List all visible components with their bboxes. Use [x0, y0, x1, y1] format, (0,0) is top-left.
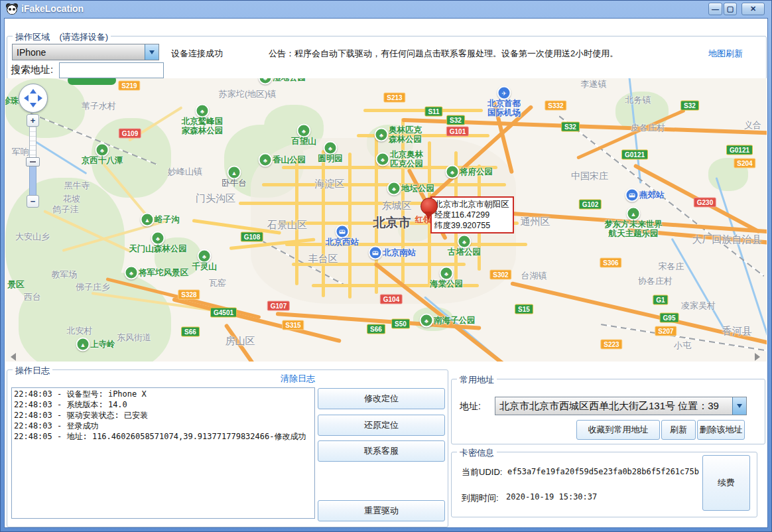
- app-logo-panda-icon: [7, 4, 17, 15]
- map-place-label: 房山区: [225, 335, 255, 348]
- udid-value: ef53a7fe19fa20f59d5e23fa0b28b6f5f261c75b: [507, 467, 699, 476]
- poi-label: 圆明园: [318, 154, 343, 163]
- zoom-slider-fill: [29, 162, 36, 196]
- license-group-label: 卡密信息: [457, 447, 497, 459]
- road-badge: S50: [391, 319, 410, 329]
- close-button[interactable]: ✕: [741, 3, 765, 15]
- connection-status: 设备连接成功: [171, 48, 223, 60]
- log-line: 22:48:03 - 设备型号: iPhone X: [14, 389, 312, 399]
- map-refresh-link[interactable]: 地图刷新: [708, 48, 743, 60]
- tree-icon: ♣: [446, 165, 460, 179]
- pan-left-icon[interactable]: [24, 95, 29, 101]
- map-canvas[interactable]: 军响黑牛寺鸽子洼花坡苇子水村苏家坨(地区)镇妙峰山镇门头沟区石景山区海淀区东城区…: [5, 78, 767, 362]
- log-line: 22:48:03 - 驱动安装状态: 已安装: [14, 410, 312, 421]
- map-place-label: 台湖镇: [521, 270, 547, 282]
- tree-icon: ♣: [125, 266, 139, 280]
- address-combobox[interactable]: 北京市北京市西城区西单北大街乙131号 位置：39: [495, 397, 747, 415]
- map-place-label: 苇子水村: [82, 100, 116, 112]
- log-line: 22:48:03 - 登录成功: [14, 421, 312, 431]
- pin-tail-icon: [424, 212, 432, 220]
- map-pan-control[interactable]: [19, 84, 48, 113]
- poi-label: 千灵山: [192, 262, 217, 271]
- road-segment: [322, 150, 325, 297]
- poi-label: 北京奥林匹克公园: [390, 150, 423, 168]
- map-place-label: 中国宋庄: [571, 170, 608, 182]
- tree-icon: ♣: [440, 267, 454, 281]
- maximize-button[interactable]: ▢: [724, 3, 737, 15]
- poi-label: 京西十八潭: [82, 156, 123, 165]
- road-badge: S11: [424, 107, 442, 117]
- chevron-down-icon[interactable]: [732, 397, 746, 415]
- zoom-out-button[interactable]: −: [27, 195, 39, 208]
- app-window: iFakeLocation — ▢ ✕ 操作区域 (请选择设备) IPhone …: [0, 0, 772, 532]
- log-group: 操作日志 清除日志 22:48:03 - 设备型号: iPhone X22:48…: [7, 369, 448, 527]
- expire-label: 到期时间:: [462, 492, 499, 504]
- modify-location-button[interactable]: 修改定位: [318, 388, 445, 409]
- contact-support-button[interactable]: 联系客服: [318, 440, 445, 462]
- search-label: 搜索地址:: [11, 64, 53, 76]
- device-combobox[interactable]: IPhone: [12, 44, 159, 60]
- delete-address-button[interactable]: 删除该地址: [697, 420, 745, 440]
- road-badge: G104: [380, 295, 403, 304]
- road-badge: G102: [579, 200, 602, 210]
- pan-down-icon[interactable]: [30, 103, 36, 107]
- expire-value: 2020-10-19 15:30:37: [506, 492, 597, 501]
- poi-label: 北京首都国际机场: [487, 99, 521, 117]
- road-badge: S219: [118, 81, 140, 91]
- operation-group-label: 操作区域 (请选择设备): [13, 31, 111, 43]
- road-segment: [32, 139, 87, 174]
- map-place-label: 军响: [12, 146, 29, 158]
- minimize-button[interactable]: —: [708, 3, 722, 15]
- log-textbox[interactable]: 22:48:03 - 设备型号: iPhone X22:48:03 - 系统版本…: [11, 387, 315, 519]
- map-place-label: 丰台区: [308, 253, 338, 265]
- zoom-slider-thumb[interactable]: [26, 157, 40, 166]
- map-place-label: 义合: [744, 119, 761, 131]
- poi-label: 卧牛台: [222, 178, 247, 188]
- location-pin-marker[interactable]: [420, 204, 436, 220]
- refresh-address-button[interactable]: 刷新: [661, 420, 696, 440]
- poi-label: 将府公园: [460, 167, 493, 176]
- renew-button[interactable]: 续费: [702, 455, 750, 511]
- favorites-group: 常用地址 地址: 北京市北京市西城区西单北大街乙131号 位置：39 收藏到常用…: [451, 379, 765, 444]
- title-bar[interactable]: iFakeLocation — ▢ ✕: [0, 0, 772, 19]
- announcement-text: 公告：程序会自动下载驱动，有任何问题点击联系客服处理。设备第一次使用送2小时使用…: [269, 48, 618, 60]
- road-badge: S15: [515, 304, 533, 314]
- road-badge: G107: [267, 301, 290, 311]
- tree-icon: ♣: [297, 124, 311, 138]
- reset-driver-button[interactable]: 重置驱动: [318, 500, 445, 521]
- map-place-label: 北京市: [373, 214, 411, 232]
- poi-label: 古塔公园: [448, 247, 481, 257]
- map-place-label: 东城区: [382, 200, 412, 212]
- road-badge: G0121: [621, 150, 648, 160]
- clear-log-link[interactable]: 清除日志: [281, 373, 315, 385]
- map-place-label: 皮各庄村: [631, 122, 665, 134]
- map-place-label: 香河县: [722, 325, 752, 338]
- map-place-label: 协各庄村: [638, 275, 673, 287]
- road-segment: [363, 109, 483, 112]
- tree-icon: ♣: [387, 182, 401, 196]
- map-place-label: 凌家吴村: [681, 300, 716, 312]
- restore-location-button[interactable]: 还原定位: [318, 415, 445, 436]
- poi-label: 燕郊站: [639, 190, 665, 200]
- save-favorite-button[interactable]: 收藏到常用地址: [576, 420, 660, 440]
- map-place-label: 北安村: [67, 325, 93, 337]
- poi-label: 天门山森林公园: [129, 244, 187, 253]
- road-badge: G109: [119, 129, 141, 139]
- poi-label: 湿地公园: [273, 78, 306, 82]
- map-scroll-right-icon[interactable]: [755, 353, 760, 361]
- pan-up-icon[interactable]: [30, 89, 36, 94]
- map-place-label: 李遂镇: [581, 78, 607, 90]
- map-scroll-left-icon[interactable]: [11, 353, 16, 361]
- tree-icon: ♣: [458, 235, 472, 249]
- train-glyph: [629, 193, 635, 197]
- road-badge: S66: [181, 327, 200, 337]
- chevron-down-icon[interactable]: [145, 44, 159, 60]
- zoom-in-button[interactable]: +: [27, 114, 39, 127]
- mountain-icon: ▲: [227, 166, 241, 180]
- park-area: [5, 78, 85, 138]
- map-place-label: 苏家坨(地区)镇: [219, 88, 277, 100]
- pan-right-icon[interactable]: [38, 95, 42, 101]
- license-group: 卡密信息 当前UDID: ef53a7fe19fa20f59d5e23fa0b2…: [451, 452, 757, 517]
- search-input[interactable]: [59, 62, 164, 78]
- road-segment: [671, 238, 726, 331]
